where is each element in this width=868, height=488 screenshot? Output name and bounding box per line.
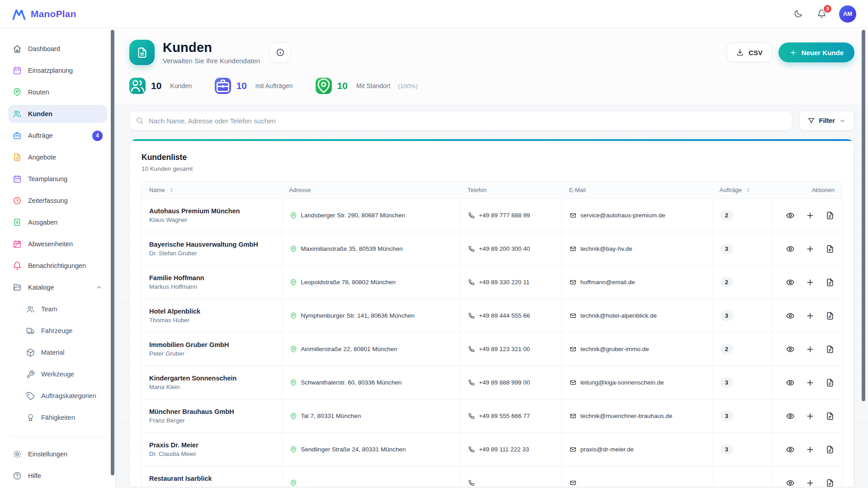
add-order-button[interactable] <box>806 378 815 387</box>
sidebar-item-benachrichtigungen[interactable]: Benachrichtigungen <box>8 257 107 275</box>
stat-label: Kunden <box>170 82 192 89</box>
sidebar-item-werkzeuge[interactable]: Werkzeuge <box>8 365 107 383</box>
plus-icon <box>806 412 815 421</box>
search-input[interactable] <box>129 111 793 131</box>
phone-icon <box>468 379 475 386</box>
view-customer-button[interactable] <box>786 445 795 454</box>
table-row[interactable]: Immobilien Gruber GmbH Peter Gruber Ainm… <box>142 332 842 366</box>
sidebar-item-faehigkeiten[interactable]: Fähigkeiten <box>8 408 107 427</box>
info-button[interactable] <box>270 42 291 63</box>
page-title: Kunden <box>163 40 260 55</box>
sidebar-item-teamplanung[interactable]: Teamplanung <box>8 170 107 188</box>
sidebar-item-dashboard[interactable]: Dashboard <box>8 40 107 58</box>
gear-icon <box>13 450 22 459</box>
column-header-auftraege[interactable]: Aufträge <box>712 182 772 198</box>
view-customer-button[interactable] <box>786 278 795 287</box>
page-icon <box>129 40 155 65</box>
notification-badge: 3 <box>823 4 832 14</box>
orders-count-badge: 2 <box>720 277 733 287</box>
customer-address: Leopoldstraße 78, 80802 München <box>301 279 396 286</box>
add-order-button[interactable] <box>806 278 815 287</box>
customer-document-button[interactable] <box>826 311 835 320</box>
sidebar-item-einstellungen[interactable]: Einstellungen <box>8 445 107 463</box>
notifications-button[interactable]: 3 <box>816 8 827 20</box>
brand-logo[interactable]: ManoPlan <box>12 7 76 21</box>
add-order-button[interactable] <box>806 244 815 253</box>
table-row[interactable]: Restaurant Isarblick <box>142 466 842 487</box>
file-text-icon <box>13 153 22 162</box>
sidebar-item-zeiterfassung[interactable]: Zeiterfassung <box>8 192 107 210</box>
mail-icon <box>570 212 576 219</box>
map-pin-icon <box>290 245 297 253</box>
sidebar-item-kunden[interactable]: Kunden <box>8 105 107 123</box>
dark-mode-toggle[interactable] <box>792 8 804 20</box>
sidebar-item-label: Teamplanung <box>28 175 67 183</box>
customer-document-button[interactable] <box>826 378 835 387</box>
sidebar-item-kataloge[interactable]: Kataloge <box>8 278 107 296</box>
sidebar-item-routen[interactable]: Routen <box>8 83 107 101</box>
add-order-button[interactable] <box>806 479 815 487</box>
customer-document-button[interactable] <box>826 244 835 253</box>
sidebar-item-einsatzplanung[interactable]: Einsatzplanung <box>8 61 107 80</box>
customer-email: hoffmann@email.de <box>580 279 635 286</box>
customer-document-button[interactable] <box>826 345 835 354</box>
view-customer-button[interactable] <box>786 479 795 487</box>
sidebar-item-angebote[interactable]: Angebote <box>8 148 107 166</box>
column-header-name[interactable]: Name <box>142 182 282 198</box>
filter-button[interactable]: Filter <box>799 111 854 131</box>
customer-contact: Maria Klein <box>149 384 180 391</box>
table-row[interactable]: Hotel Alpenblick Thomas Huber Nymphenbur… <box>142 299 842 332</box>
add-order-button[interactable] <box>806 211 815 220</box>
sidebar-item-material[interactable]: Material <box>8 343 107 361</box>
customer-document-button[interactable] <box>826 445 835 454</box>
customer-document-button[interactable] <box>826 412 835 421</box>
table-row[interactable]: Praxis Dr. Meier Dr. Claudia Meier Sendl… <box>142 432 842 466</box>
avatar[interactable]: AM <box>839 5 856 23</box>
eye-icon <box>786 244 795 253</box>
view-customer-button[interactable] <box>786 378 795 387</box>
customer-document-button[interactable] <box>826 479 835 487</box>
tag-icon <box>26 392 35 400</box>
chevron-up-icon[interactable] <box>95 284 103 291</box>
view-customer-button[interactable] <box>786 244 795 253</box>
sidebar-item-team[interactable]: Team <box>8 300 107 318</box>
sidebar-item-abwesenheiten[interactable]: Abwesenheiten <box>8 235 107 253</box>
sidebar-item-fahrzeuge[interactable]: Fahrzeuge <box>8 322 107 340</box>
orders-count-badge: 2 <box>720 344 733 354</box>
table-header-row: Name Adresse Telefon E-Mail Aufträge Akt… <box>142 182 842 198</box>
new-customer-button[interactable]: Neuer Kunde <box>778 42 854 62</box>
view-customer-button[interactable] <box>786 211 795 220</box>
sidebar-item-label: Team <box>41 305 57 313</box>
view-customer-button[interactable] <box>786 345 795 354</box>
customer-contact: Franz Berger <box>149 417 185 424</box>
table-row[interactable]: Familie Hoffmann Markus Hoffmann Leopold… <box>142 265 842 299</box>
table-row[interactable]: Bayerische Hausverwaltung GmbH Dr. Stefa… <box>142 232 842 265</box>
sort-icon[interactable] <box>168 187 175 193</box>
stat-item: 10 Kunden <box>129 78 192 94</box>
table-row[interactable]: Autohaus Premium München Klaus Wagner La… <box>142 198 842 232</box>
customer-document-button[interactable] <box>826 278 835 287</box>
plus-icon <box>806 345 815 354</box>
sort-icon[interactable] <box>745 187 751 193</box>
add-order-button[interactable] <box>806 445 815 454</box>
csv-export-button[interactable]: CSV <box>726 42 772 62</box>
customer-name: Hotel Alpenblick <box>149 308 200 315</box>
table-row[interactable]: Münchner Brauhaus GmbH Franz Berger Tal … <box>142 399 842 432</box>
view-customer-button[interactable] <box>786 412 795 421</box>
bell-icon <box>13 261 22 270</box>
add-order-button[interactable] <box>806 345 815 354</box>
sidebar-item-auftraege[interactable]: Aufträge 4 <box>8 127 107 145</box>
view-customer-button[interactable] <box>786 311 795 320</box>
sidebar-item-hilfe[interactable]: Hilfe <box>8 467 107 485</box>
download-icon <box>736 48 744 56</box>
file-icon <box>826 378 835 387</box>
stat-item: 10 mit Aufträgen <box>215 78 293 94</box>
add-order-button[interactable] <box>806 412 815 421</box>
sidebar-item-auftragskategorien[interactable]: Auftragskategorien <box>8 387 107 405</box>
sidebar-item-ausgaben[interactable]: $ Ausgaben <box>8 213 107 231</box>
sidebar-scrollbar[interactable] <box>111 30 114 475</box>
add-order-button[interactable] <box>806 311 815 320</box>
main-scrollbar[interactable] <box>862 30 865 401</box>
customer-document-button[interactable] <box>826 211 835 220</box>
table-row[interactable]: Kindergarten Sonnenschein Maria Klein Sc… <box>142 366 842 399</box>
